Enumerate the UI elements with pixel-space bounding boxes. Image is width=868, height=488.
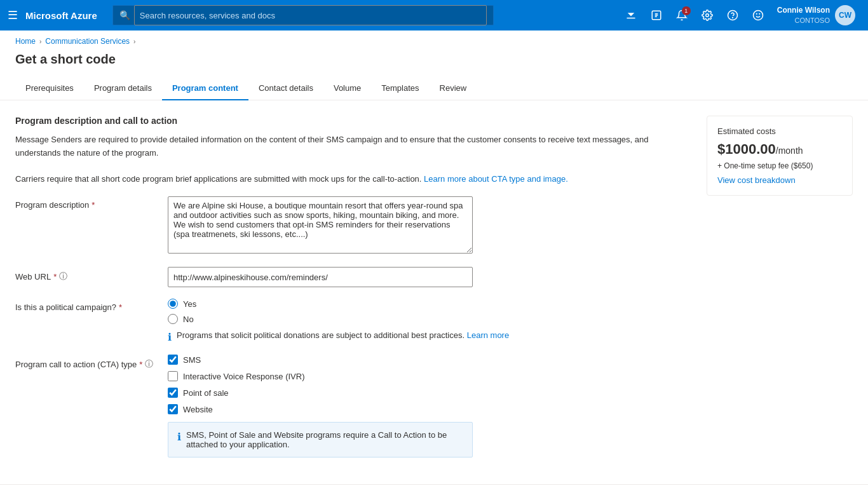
info-circle-icon: ℹ	[168, 331, 172, 343]
radio-no-label[interactable]: No	[183, 315, 194, 324]
avatar: CW	[835, 5, 855, 25]
user-name: Connie Wilson	[777, 6, 830, 16]
help-icon[interactable]	[721, 4, 744, 27]
program-description-input[interactable]: We are Alpine ski House, a boutique moun…	[168, 196, 473, 254]
checkbox-ivr-label[interactable]: Interactive Voice Response (IVR)	[183, 372, 304, 381]
breadcrumb: Home › Communication Services ›	[0, 30, 868, 50]
radio-no-input[interactable]	[168, 314, 178, 324]
sidebar: Estimated costs $1000.00/month + One-tim…	[707, 116, 853, 469]
tab-templates[interactable]: Templates	[371, 77, 429, 100]
radio-yes-option[interactable]: Yes	[168, 299, 691, 309]
web-url-input[interactable]	[168, 267, 473, 287]
search-bar[interactable]: 🔍	[112, 5, 494, 25]
radio-yes-label[interactable]: Yes	[183, 299, 196, 309]
checkbox-pos-input[interactable]	[168, 388, 178, 398]
cta-info-text: SMS, Point of Sale and Website programs …	[186, 430, 463, 449]
breadcrumb-sep-2: ›	[133, 38, 135, 45]
checkbox-sms-input[interactable]	[168, 355, 178, 365]
checkbox-sms-label[interactable]: SMS	[183, 355, 201, 365]
brand-logo: Microsoft Azure	[25, 10, 97, 21]
political-campaign-label: Is this a political campaign?*	[15, 299, 168, 312]
tab-program-details[interactable]: Program details	[84, 77, 162, 100]
political-campaign-radio-group: Yes No	[168, 299, 691, 324]
required-marker-url: *	[53, 272, 57, 281]
program-description-label: Program description*	[15, 196, 168, 210]
cta-info-circle-icon: ℹ	[177, 431, 181, 443]
radio-yes-input[interactable]	[168, 299, 178, 309]
radio-no-option[interactable]: No	[168, 314, 691, 324]
web-url-info-icon[interactable]: ⓘ	[59, 271, 67, 282]
checkbox-website-label[interactable]: Website	[183, 405, 213, 414]
search-input[interactable]	[134, 5, 487, 25]
political-learn-more-link[interactable]: Learn more	[467, 330, 509, 340]
cta-type-row: Program call to action (CTA) type * ⓘ SM…	[15, 355, 691, 458]
checkbox-website-option[interactable]: Website	[168, 404, 691, 414]
hamburger-menu-icon[interactable]: ☰	[8, 8, 18, 22]
estimated-costs-title: Estimated costs	[717, 126, 842, 136]
svg-point-5	[753, 11, 763, 20]
user-org: CONTOSO	[777, 16, 830, 25]
checkbox-ivr-option[interactable]: Interactive Voice Response (IVR)	[168, 371, 691, 381]
checkbox-website-input[interactable]	[168, 404, 178, 414]
tab-review[interactable]: Review	[430, 77, 477, 100]
footer: Previous Next Save and exit	[0, 484, 868, 488]
tab-program-content[interactable]: Program content	[162, 77, 248, 100]
cta-info-icon[interactable]: ⓘ	[145, 358, 153, 370]
web-url-row: Web URL* ⓘ	[15, 267, 691, 287]
page-title: Get a short code	[0, 50, 868, 77]
tab-volume[interactable]: Volume	[323, 77, 371, 100]
topnav-icons: 1 Connie Wilson CONTOSO CW	[620, 4, 860, 27]
search-icon: 🔍	[119, 10, 130, 20]
program-description-field: We are Alpine ski House, a boutique moun…	[168, 196, 691, 255]
program-description-row: Program description* We are Alpine ski H…	[15, 196, 691, 255]
political-campaign-field: Yes No ℹ Programs that solicit political…	[168, 299, 691, 343]
tab-contact-details[interactable]: Contact details	[248, 77, 323, 100]
checkbox-sms-option[interactable]: SMS	[168, 355, 691, 365]
notification-badge: 1	[682, 6, 691, 15]
required-marker-cta: *	[139, 360, 142, 369]
top-navigation: ☰ Microsoft Azure 🔍 1 Connie Wilson CONT…	[0, 0, 868, 30]
main-content: Home › Communication Services › Get a sh…	[0, 30, 868, 488]
political-info-box: ℹ Programs that solicit political donati…	[168, 330, 691, 343]
estimated-costs-amount: $1000.00/month	[717, 141, 842, 158]
estimated-costs-card: Estimated costs $1000.00/month + One-tim…	[707, 116, 853, 196]
checkbox-pos-label[interactable]: Point of sale	[183, 388, 229, 398]
description-line2: Carriers require that all short code pro…	[15, 174, 421, 184]
section-description: Message Senders are required to provide …	[15, 133, 691, 186]
breadcrumb-home[interactable]: Home	[15, 37, 36, 46]
checkbox-pos-option[interactable]: Point of sale	[168, 388, 691, 398]
estimated-costs-value: $1000.00	[717, 141, 776, 157]
per-month-label: /month	[776, 146, 803, 156]
web-url-field	[168, 267, 691, 287]
feedback-icon[interactable]	[747, 4, 770, 27]
cta-checkbox-group: SMS Interactive Voice Response (IVR) Poi…	[168, 355, 691, 414]
cta-type-field: SMS Interactive Voice Response (IVR) Poi…	[168, 355, 691, 458]
directory-icon[interactable]	[645, 4, 668, 27]
settings-icon[interactable]	[696, 4, 719, 27]
required-marker: *	[92, 200, 95, 210]
svg-rect-0	[627, 18, 635, 19]
breadcrumb-sep-1: ›	[39, 38, 41, 45]
cta-type-label: Program call to action (CTA) type * ⓘ	[15, 355, 168, 370]
breadcrumb-service[interactable]: Communication Services	[45, 37, 130, 46]
learn-more-cta-link[interactable]: Learn more about CTA type and image.	[424, 174, 568, 184]
body-layout: Program description and call to action M…	[0, 100, 868, 484]
political-campaign-row: Is this a political campaign?* Yes No	[15, 299, 691, 343]
web-url-label: Web URL* ⓘ	[15, 267, 168, 282]
user-menu[interactable]: Connie Wilson CONTOSO CW	[772, 5, 860, 25]
cloud-shell-icon[interactable]	[620, 4, 642, 27]
tabs-container: Prerequisites Program details Program co…	[0, 77, 868, 100]
tab-prerequisites[interactable]: Prerequisites	[15, 77, 84, 100]
political-info-text: Programs that solicit political donation…	[177, 330, 509, 340]
notifications-icon[interactable]: 1	[670, 4, 693, 27]
body-main: Program description and call to action M…	[15, 116, 691, 469]
description-line1: Message Senders are required to provide …	[15, 135, 649, 158]
estimated-costs-setup-fee: + One-time setup fee ($650)	[717, 161, 842, 170]
section-title: Program description and call to action	[15, 116, 691, 126]
view-cost-breakdown-link[interactable]: View cost breakdown	[717, 175, 796, 185]
required-marker-pol: *	[119, 302, 122, 312]
cta-info-box: ℹ SMS, Point of Sale and Website program…	[168, 422, 473, 458]
svg-point-2	[706, 14, 709, 17]
checkbox-ivr-input[interactable]	[168, 371, 178, 381]
